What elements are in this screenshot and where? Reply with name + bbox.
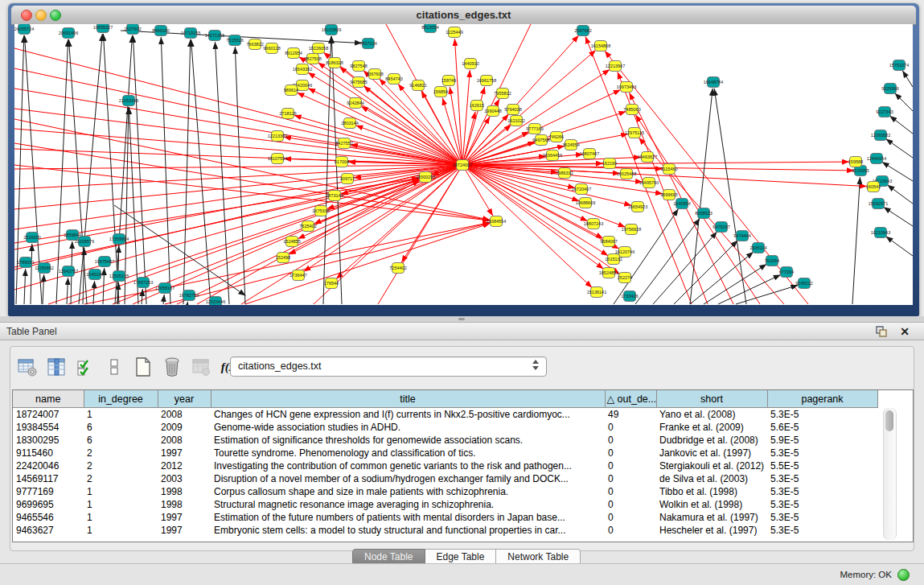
graph-node[interactable]: 1545194 [86,270,103,280]
graph-node[interactable]: 15136141 [587,287,606,298]
table-row[interactable]: 946554611997Estimation of the future num… [13,511,877,524]
table-row[interactable]: 969969511998Structural magnetic resonanc… [13,498,877,511]
table-cell[interactable]: Wolkin et al. (1998) [656,498,767,511]
graph-node[interactable]: 19756928 [622,225,641,235]
table-cell[interactable]: 19384554 [13,421,84,434]
graph-node[interactable]: 16154808 [591,41,610,51]
graph-node[interactable]: 12093582 [871,130,890,141]
graph-node[interactable]: 1225449 [446,27,462,38]
vertical-scrollbar[interactable] [883,408,897,540]
table-cell[interactable]: 22420046 [13,459,84,472]
graph-node[interactable]: 16654923 [628,202,647,212]
graph-node[interactable]: 16720407 [572,184,591,195]
graph-node[interactable]: 12975115 [625,128,644,138]
graph-node[interactable]: 12942757 [59,266,78,277]
table-cell[interactable]: 2 [84,447,158,459]
graph-node[interactable]: 9227343 [876,107,893,117]
table-cell[interactable]: 9115460 [13,447,84,459]
table-cell[interactable]: 6 [84,434,158,447]
new-table-icon[interactable] [133,356,154,377]
row-options-icon[interactable] [104,356,125,377]
graph-node[interactable]: 989614 [284,85,298,96]
panel-splitter[interactable] [0,316,924,323]
memory-status-icon[interactable] [897,569,910,581]
table-cell[interactable]: 9699695 [13,498,84,511]
table-cell[interactable]: Estimation of the future numbers of pati… [211,511,605,524]
graph-node[interactable]: 162615 [470,101,484,111]
table-cell[interactable]: 5.3E-5 [767,511,877,524]
graph-node[interactable]: 2587682 [574,26,591,36]
table-cell[interactable]: 9777169 [13,485,84,498]
graph-node[interactable]: 5794028 [504,105,521,115]
data-table[interactable]: namein_degreeyeartitle△ out_de...shortpa… [13,390,878,537]
graph-node[interactable]: 3624554 [562,140,579,150]
table-cell[interactable]: 2008 [158,434,211,447]
network-graph[interactable]: 2405572420691406106553271527602846616010… [14,24,913,305]
select-columns-icon[interactable] [46,356,67,377]
graph-node[interactable]: 18807243 [584,219,603,229]
table-cell[interactable]: Hescheler et al. (1997) [656,524,767,537]
graph-node[interactable]: 2367608 [366,69,383,80]
graph-node[interactable]: 10210643 [871,228,890,238]
graph-node[interactable]: 16782759 [179,290,199,301]
graph-node[interactable]: 9684067 [600,237,617,247]
graph-node[interactable]: 1736447 [290,270,306,281]
table-cell[interactable]: 1997 [158,511,211,524]
graph-node[interactable]: 19463627 [638,152,657,163]
table-cell[interactable]: Disruption of a novel member of a sodium… [211,472,605,485]
table-cell[interactable]: 1997 [158,524,211,537]
graph-node[interactable]: 176544 [324,278,339,289]
graph-node[interactable]: 2803144 [341,118,358,129]
graph-node[interactable]: 10688609 [576,198,595,208]
graph-node[interactable]: 15751074 [889,60,909,71]
network-canvas[interactable]: 2405572420691406106553271527602846616010… [14,24,913,305]
graph-node[interactable]: 162160 [602,159,617,169]
table-cell[interactable]: 1 [84,498,158,511]
table-cell[interactable]: 0 [605,434,656,447]
table-cell[interactable]: 2012 [158,459,211,472]
table-cell[interactable]: Dudbridge et al. (2008) [656,434,767,447]
table-cell[interactable]: 2003 [158,472,211,485]
table-cell[interactable]: 5.3E-5 [767,485,877,498]
column-header-year[interactable]: year [158,390,211,408]
table-cell[interactable]: Tourette syndrome. Phenomenology and cla… [211,447,605,459]
table-cell[interactable]: 9465546 [13,511,84,524]
table-cell[interactable]: 0 [605,511,656,524]
table-row[interactable]: 977716911998Corpus callosum shape and si… [13,485,877,498]
graph-node[interactable]: 252274 [618,273,632,283]
import-table-icon[interactable] [191,356,211,377]
table-cell[interactable]: Embryonic stem cells: a model to study s… [211,524,605,537]
graph-node[interactable]: 9245012 [795,278,812,289]
table-cell[interactable]: 1 [84,524,158,537]
table-cell[interactable]: Jankovic et al. (1997) [656,447,767,459]
table-cell[interactable]: 5.3E-5 [767,498,877,511]
graph-node[interactable]: 8813054 [421,24,438,33]
select-all-icon[interactable] [75,356,96,377]
graph-node[interactable]: 9827508 [304,54,321,64]
graph-node[interactable]: 21053346 [119,96,138,106]
graph-node[interactable]: 10719155 [181,28,200,39]
graph-node[interactable]: 677204 [779,267,794,278]
table-cell[interactable]: 1 [84,485,158,498]
table-cell[interactable]: 5.3E-5 [767,524,877,537]
graph-node[interactable]: 9474444 [733,231,750,241]
table-cell[interactable]: Nakamura et al. (1997) [656,511,767,524]
table-cell[interactable]: 5.6E-5 [767,421,877,434]
table-cell[interactable]: 0 [605,459,656,472]
table-cell[interactable]: 9463627 [13,524,84,537]
graph-node[interactable]: 20691406 [59,28,78,39]
table-cell[interactable]: 0 [605,498,656,511]
graph-node[interactable]: 10655327 [93,24,113,33]
graph-node[interactable]: 7857224 [359,39,376,49]
graph-node[interactable]: 1524855 [283,237,300,247]
table-selector-dropdown[interactable]: citations_edges.txt [230,356,547,377]
graph-node[interactable]: 8186328 [326,58,343,68]
column-header-name[interactable]: name [13,390,84,408]
table-cell[interactable]: Tibbo et al. (1998) [656,485,767,498]
scrollbar-thumb[interactable] [885,410,893,431]
table-cell[interactable]: 2 [84,459,158,472]
graph-node[interactable]: 158749 [441,76,456,86]
table-cell[interactable]: 0 [605,485,656,498]
graph-node[interactable]: 16961758 [477,76,496,86]
graph-node[interactable]: 746266 [549,132,564,142]
